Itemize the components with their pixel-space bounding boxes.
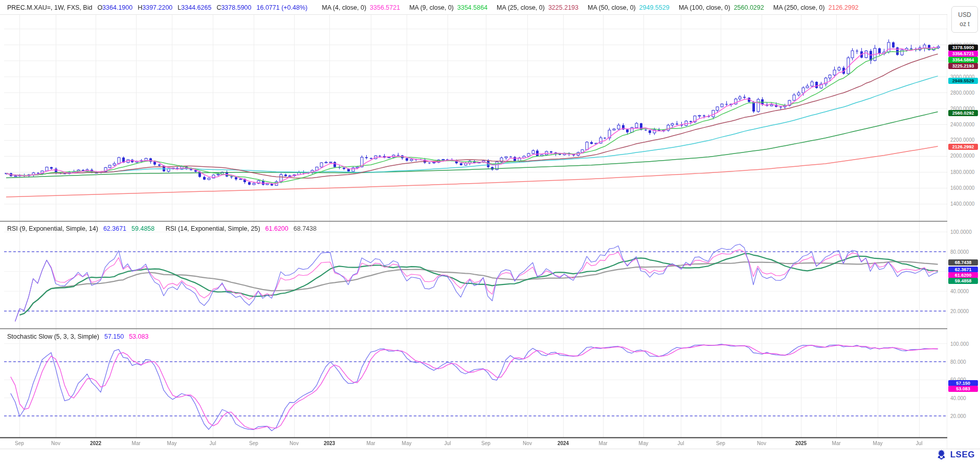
- time-label-month: Mar: [826, 440, 847, 446]
- instrument-title[interactable]: PREC.M.XAU=, 1W, FXS, Bid: [7, 4, 92, 11]
- time-label-year: 2022: [85, 440, 106, 446]
- time-scale[interactable]: SepNov2022MarMayJulSepNov2023MarMayJulSe…: [0, 439, 947, 449]
- time-label-month: May: [162, 440, 182, 446]
- rsi1-title: RSI (9, Exponential, Simple, 14): [7, 225, 98, 232]
- change-value: 16.0771 (+0.48%): [257, 4, 308, 11]
- rsi-value-tag: 59.4858: [948, 278, 978, 284]
- time-label-month: May: [867, 440, 888, 446]
- price-value-tag: 2949.5529: [948, 78, 978, 84]
- rsi2-value: 61.6200: [265, 225, 288, 232]
- time-label-month: Mar: [593, 440, 613, 446]
- stochastic-indicator-title[interactable]: Stochastic Slow (5, 3, 3, Simple)57.1505…: [7, 333, 153, 340]
- stoch-k-value: 57.150: [104, 333, 124, 340]
- time-label-year: 2024: [553, 440, 573, 446]
- low-label: L: [177, 4, 181, 11]
- time-label-month: Nov: [284, 440, 304, 446]
- rsi-tick: 40.0000: [950, 289, 969, 294]
- stoch-tick: 20.000: [950, 413, 966, 419]
- time-label-month: Nov: [517, 440, 538, 446]
- lseg-chart-app: PREC.M.XAU=, 1W, FXS, Bid O3364.1900 H33…: [0, 0, 980, 463]
- price-value-tag: 3225.2193: [948, 63, 978, 69]
- time-label-month: Jul: [203, 440, 223, 446]
- stoch-d-value: 53.083: [129, 333, 148, 340]
- time-label-month: Sep: [9, 440, 30, 446]
- price-value-tag: 3354.5864: [948, 57, 978, 63]
- price-value-tag: 3378.5900: [948, 45, 978, 51]
- price-tick: 1800.0000: [950, 169, 974, 175]
- open-value: 3364.1900: [102, 4, 132, 11]
- stoch-tick: 100.000: [950, 341, 969, 347]
- price-scale[interactable]: 3400.00003200.00003000.00002800.00002600…: [947, 14, 980, 449]
- price-value-tag: 3356.5721: [948, 51, 978, 57]
- time-label-month: Jul: [909, 440, 929, 446]
- time-label-month: Nov: [46, 440, 66, 446]
- time-label-month: Sep: [710, 440, 731, 446]
- ma-legend-item-4[interactable]: MA (4, close, 0)3356.5721: [322, 4, 400, 11]
- time-label-month: Mar: [361, 440, 381, 446]
- unit-label: oz t: [960, 20, 969, 28]
- ohlc-close: C3378.5900: [216, 4, 251, 11]
- price-tick: 2000.0000: [950, 153, 974, 159]
- time-label-year: 2023: [319, 440, 340, 446]
- rsi2-title: RSI (14, Exponential, Simple, 25): [166, 225, 260, 232]
- unit-selector[interactable]: USD oz t: [951, 6, 978, 33]
- ohlc-open: O3364.1900: [97, 4, 132, 11]
- stoch-tick: 40.000: [950, 395, 966, 401]
- time-label-month: Nov: [751, 440, 772, 446]
- price-tick: 2800.0000: [950, 90, 974, 96]
- ma-legend-item-25[interactable]: MA (25, close, 0)3225.2193: [497, 4, 578, 11]
- chart-legend: PREC.M.XAU=, 1W, FXS, Bid O3364.1900 H33…: [7, 3, 859, 12]
- currency-label: USD: [958, 11, 971, 18]
- open-label: O: [97, 4, 102, 11]
- time-label-month: Jul: [671, 440, 691, 446]
- lseg-lion-icon: [935, 449, 948, 461]
- high-label: H: [138, 4, 142, 11]
- ma-legend: MA (4, close, 0)3356.5721MA (9, close, 0…: [313, 4, 858, 11]
- close-label: C: [216, 4, 221, 11]
- ma-legend-item-250[interactable]: MA (250, close, 0)2126.2992: [773, 4, 859, 11]
- time-label-month: Sep: [243, 440, 264, 446]
- rsi-tick: 20.0000: [950, 308, 969, 314]
- time-label-year: 2025: [791, 440, 811, 446]
- rsi-tick: 100.0000: [950, 229, 972, 235]
- price-value-tag: 2560.0292: [948, 110, 978, 116]
- rsi1-signal-value: 59.4858: [131, 225, 154, 232]
- high-value: 3397.2200: [142, 4, 172, 11]
- rsi2-signal-value: 68.7438: [294, 225, 317, 232]
- low-value: 3344.6265: [181, 4, 211, 11]
- price-tick: 1600.0000: [950, 185, 974, 191]
- rsi1-value: 62.3671: [103, 225, 126, 232]
- ma-legend-item-100[interactable]: MA (100, close, 0)2560.0292: [679, 4, 764, 11]
- rsi-value-tag: 68.7438: [948, 259, 978, 266]
- stoch-value-tag: 53.083: [948, 386, 978, 392]
- time-label-month: May: [396, 440, 417, 446]
- lseg-logo: LSEG: [935, 449, 975, 461]
- ohlc-low: L3344.6265: [177, 4, 211, 11]
- price-tick: 2400.0000: [950, 122, 974, 127]
- price-tick: 2200.0000: [950, 137, 974, 143]
- time-label-month: May: [633, 440, 654, 446]
- close-value: 3378.5900: [221, 4, 251, 11]
- ma-legend-item-9[interactable]: MA (9, close, 0)3354.5864: [409, 4, 487, 11]
- time-label-month: Mar: [126, 440, 146, 446]
- time-label-month: Jul: [437, 440, 458, 446]
- lseg-logo-text: LSEG: [950, 450, 975, 460]
- rsi-tick: 80.0000: [950, 249, 969, 255]
- stoch-title: Stochastic Slow (5, 3, 3, Simple): [7, 333, 99, 340]
- price-tick: 1400.0000: [950, 201, 974, 207]
- ma-legend-item-50[interactable]: MA (50, close, 0)2949.5529: [588, 4, 670, 11]
- stoch-tick: 80.000: [950, 359, 966, 365]
- rsi-indicator-title[interactable]: RSI (9, Exponential, Simple, 14)62.36715…: [7, 225, 322, 232]
- ohlc-high: H3397.2200: [138, 4, 172, 11]
- price-value-tag: 2126.2992: [948, 144, 978, 150]
- time-label-month: Sep: [476, 440, 496, 446]
